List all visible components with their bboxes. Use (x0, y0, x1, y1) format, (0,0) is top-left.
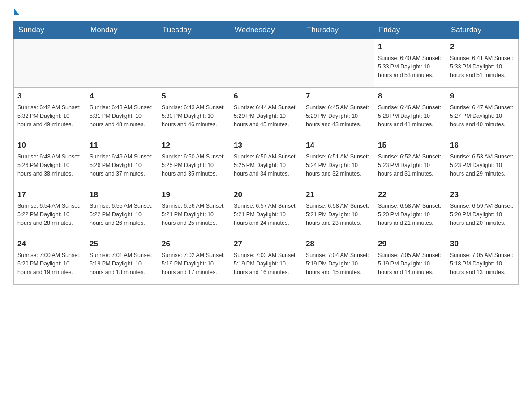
day-number: 21 (306, 189, 370, 201)
calendar-cell: 17Sunrise: 6:54 AM Sunset: 5:22 PM Dayli… (14, 186, 86, 235)
page-header (13, 9, 519, 14)
weekday-header-friday: Friday (374, 22, 446, 39)
calendar-cell: 18Sunrise: 6:55 AM Sunset: 5:22 PM Dayli… (86, 186, 158, 235)
weekday-header-thursday: Thursday (302, 22, 374, 39)
day-number: 15 (378, 140, 442, 151)
logo-arrow-icon (14, 9, 20, 15)
calendar-cell: 2Sunrise: 6:41 AM Sunset: 5:33 PM Daylig… (446, 39, 519, 88)
day-info: Sunrise: 6:59 AM Sunset: 5:20 PM Dayligh… (450, 202, 515, 228)
weekday-header-saturday: Saturday (446, 22, 519, 39)
calendar-cell (86, 39, 158, 88)
week-row-1: 1Sunrise: 6:40 AM Sunset: 5:33 PM Daylig… (14, 39, 519, 88)
day-number: 4 (90, 90, 154, 102)
calendar-cell (158, 39, 230, 88)
day-info: Sunrise: 6:46 AM Sunset: 5:28 PM Dayligh… (378, 103, 442, 129)
day-info: Sunrise: 6:42 AM Sunset: 5:32 PM Dayligh… (17, 103, 82, 129)
calendar-cell: 19Sunrise: 6:56 AM Sunset: 5:21 PM Dayli… (158, 186, 230, 235)
calendar-cell: 13Sunrise: 6:50 AM Sunset: 5:25 PM Dayli… (230, 137, 302, 186)
calendar-cell: 16Sunrise: 6:53 AM Sunset: 5:23 PM Dayli… (446, 137, 519, 186)
day-number: 30 (450, 238, 515, 250)
day-info: Sunrise: 7:05 AM Sunset: 5:18 PM Dayligh… (450, 251, 515, 277)
calendar-cell: 21Sunrise: 6:58 AM Sunset: 5:21 PM Dayli… (302, 186, 374, 235)
day-number: 11 (90, 140, 154, 151)
day-info: Sunrise: 6:47 AM Sunset: 5:27 PM Dayligh… (450, 103, 515, 129)
day-info: Sunrise: 7:01 AM Sunset: 5:19 PM Dayligh… (90, 251, 154, 277)
day-info: Sunrise: 7:03 AM Sunset: 5:19 PM Dayligh… (234, 251, 298, 277)
calendar-cell: 4Sunrise: 6:43 AM Sunset: 5:31 PM Daylig… (86, 88, 158, 137)
day-number: 2 (450, 41, 515, 53)
day-number: 26 (162, 238, 226, 250)
calendar-cell: 7Sunrise: 6:45 AM Sunset: 5:29 PM Daylig… (302, 88, 374, 137)
calendar-cell: 15Sunrise: 6:52 AM Sunset: 5:23 PM Dayli… (374, 137, 446, 186)
day-info: Sunrise: 6:50 AM Sunset: 5:25 PM Dayligh… (162, 153, 226, 179)
day-info: Sunrise: 6:48 AM Sunset: 5:26 PM Dayligh… (17, 153, 82, 179)
calendar-cell: 22Sunrise: 6:58 AM Sunset: 5:20 PM Dayli… (374, 186, 446, 235)
day-info: Sunrise: 6:57 AM Sunset: 5:21 PM Dayligh… (234, 202, 298, 228)
calendar-cell: 20Sunrise: 6:57 AM Sunset: 5:21 PM Dayli… (230, 186, 302, 235)
day-info: Sunrise: 6:45 AM Sunset: 5:29 PM Dayligh… (306, 103, 370, 129)
day-number: 24 (17, 238, 82, 250)
day-number: 12 (162, 140, 226, 151)
day-number: 6 (234, 90, 298, 102)
day-number: 16 (450, 140, 515, 151)
day-number: 14 (306, 140, 370, 151)
calendar-cell (14, 39, 86, 88)
logo (13, 9, 20, 14)
calendar-cell: 10Sunrise: 6:48 AM Sunset: 5:26 PM Dayli… (14, 137, 86, 186)
day-number: 28 (306, 238, 370, 250)
weekday-header-monday: Monday (86, 22, 158, 39)
day-info: Sunrise: 6:58 AM Sunset: 5:20 PM Dayligh… (378, 202, 442, 228)
day-number: 8 (378, 90, 442, 102)
calendar-cell: 14Sunrise: 6:51 AM Sunset: 5:24 PM Dayli… (302, 137, 374, 186)
day-info: Sunrise: 6:49 AM Sunset: 5:26 PM Dayligh… (90, 153, 154, 179)
day-info: Sunrise: 6:43 AM Sunset: 5:30 PM Dayligh… (162, 103, 226, 129)
day-info: Sunrise: 6:50 AM Sunset: 5:25 PM Dayligh… (234, 153, 298, 179)
calendar-cell: 26Sunrise: 7:02 AM Sunset: 5:19 PM Dayli… (158, 235, 230, 285)
day-number: 27 (234, 238, 298, 250)
day-info: Sunrise: 7:04 AM Sunset: 5:19 PM Dayligh… (306, 251, 370, 277)
day-info: Sunrise: 6:53 AM Sunset: 5:23 PM Dayligh… (450, 153, 515, 179)
day-info: Sunrise: 6:43 AM Sunset: 5:31 PM Dayligh… (90, 103, 154, 129)
calendar-cell: 12Sunrise: 6:50 AM Sunset: 5:25 PM Dayli… (158, 137, 230, 186)
calendar-cell: 23Sunrise: 6:59 AM Sunset: 5:20 PM Dayli… (446, 186, 519, 235)
day-number: 1 (378, 41, 442, 53)
day-number: 17 (17, 189, 82, 201)
calendar-cell: 3Sunrise: 6:42 AM Sunset: 5:32 PM Daylig… (14, 88, 86, 137)
calendar-cell: 6Sunrise: 6:44 AM Sunset: 5:29 PM Daylig… (230, 88, 302, 137)
calendar-cell: 27Sunrise: 7:03 AM Sunset: 5:19 PM Dayli… (230, 235, 302, 285)
day-number: 7 (306, 90, 370, 102)
day-info: Sunrise: 6:58 AM Sunset: 5:21 PM Dayligh… (306, 202, 370, 228)
day-number: 9 (450, 90, 515, 102)
day-number: 23 (450, 189, 515, 201)
day-number: 3 (17, 90, 82, 102)
calendar-cell: 9Sunrise: 6:47 AM Sunset: 5:27 PM Daylig… (446, 88, 519, 137)
calendar-table: SundayMondayTuesdayWednesdayThursdayFrid… (13, 21, 519, 285)
day-info: Sunrise: 6:41 AM Sunset: 5:33 PM Dayligh… (450, 54, 515, 80)
day-number: 22 (378, 189, 442, 201)
day-number: 18 (90, 189, 154, 201)
day-number: 5 (162, 90, 226, 102)
week-row-4: 17Sunrise: 6:54 AM Sunset: 5:22 PM Dayli… (14, 186, 519, 235)
calendar-cell: 25Sunrise: 7:01 AM Sunset: 5:19 PM Dayli… (86, 235, 158, 285)
day-info: Sunrise: 6:44 AM Sunset: 5:29 PM Dayligh… (234, 103, 298, 129)
day-info: Sunrise: 6:51 AM Sunset: 5:24 PM Dayligh… (306, 153, 370, 179)
day-info: Sunrise: 7:05 AM Sunset: 5:19 PM Dayligh… (378, 251, 442, 277)
calendar-cell: 28Sunrise: 7:04 AM Sunset: 5:19 PM Dayli… (302, 235, 374, 285)
calendar-cell: 5Sunrise: 6:43 AM Sunset: 5:30 PM Daylig… (158, 88, 230, 137)
day-info: Sunrise: 6:56 AM Sunset: 5:21 PM Dayligh… (162, 202, 226, 228)
weekday-header-sunday: Sunday (14, 22, 86, 39)
week-row-3: 10Sunrise: 6:48 AM Sunset: 5:26 PM Dayli… (14, 137, 519, 186)
day-info: Sunrise: 7:02 AM Sunset: 5:19 PM Dayligh… (162, 251, 226, 277)
day-number: 13 (234, 140, 298, 151)
week-row-2: 3Sunrise: 6:42 AM Sunset: 5:32 PM Daylig… (14, 88, 519, 137)
calendar-cell: 1Sunrise: 6:40 AM Sunset: 5:33 PM Daylig… (374, 39, 446, 88)
day-number: 29 (378, 238, 442, 250)
day-info: Sunrise: 6:55 AM Sunset: 5:22 PM Dayligh… (90, 202, 154, 228)
calendar-cell: 29Sunrise: 7:05 AM Sunset: 5:19 PM Dayli… (374, 235, 446, 285)
day-info: Sunrise: 7:00 AM Sunset: 5:20 PM Dayligh… (17, 251, 82, 277)
calendar-cell: 8Sunrise: 6:46 AM Sunset: 5:28 PM Daylig… (374, 88, 446, 137)
weekday-header-wednesday: Wednesday (230, 22, 302, 39)
day-number: 10 (17, 140, 82, 151)
calendar-cell (230, 39, 302, 88)
weekday-header-row: SundayMondayTuesdayWednesdayThursdayFrid… (14, 22, 519, 39)
